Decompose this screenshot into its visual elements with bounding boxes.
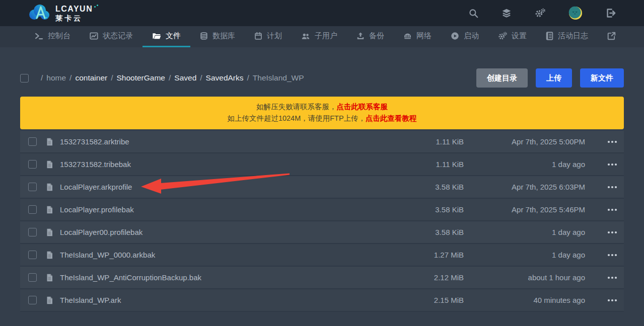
row-menu-ellipsis-icon[interactable] — [605, 231, 620, 234]
file-name[interactable]: TheIsland_WP_AntiCorruptionBackup.bak — [60, 273, 408, 282]
table-row: LocalPlayer.arkprofile 3.58 KiB Apr 7th,… — [20, 176, 624, 199]
file-name[interactable]: 1532731582.arktribe — [60, 137, 408, 146]
settings-gears-icon — [498, 32, 507, 40]
breadcrumb-shootergame[interactable]: ShooterGame — [116, 73, 165, 83]
tab-subusers[interactable]: 子用户 — [292, 26, 347, 47]
contact-support-link[interactable]: 点击此联系客服 — [337, 103, 388, 111]
row-menu-ellipsis-icon[interactable] — [605, 163, 620, 166]
backup-upload-icon — [356, 32, 365, 40]
gears-icon[interactable] — [535, 8, 545, 18]
select-all-checkbox[interactable] — [20, 74, 29, 83]
search-icon[interactable] — [469, 9, 478, 18]
tab-label: 状态记录 — [103, 31, 133, 41]
file-size: 1.27 MiB — [408, 251, 464, 259]
row-menu-ellipsis-icon[interactable] — [605, 276, 620, 279]
tab-console[interactable]: 控制台 — [25, 26, 80, 47]
notice-banner: 如解压失败请联系客服，点击此联系客服 如上传文件超过1024M，请使用FTP上传… — [20, 97, 624, 129]
network-icon — [403, 32, 412, 40]
row-checkbox[interactable] — [28, 137, 37, 146]
file-icon — [46, 274, 53, 282]
logout-icon[interactable] — [606, 8, 616, 18]
view-tutorial-link[interactable]: 点击此查看教程 — [366, 114, 417, 122]
tab-schedule[interactable]: 计划 — [245, 26, 292, 47]
tab-label: 网络 — [416, 31, 432, 41]
avatar[interactable] — [568, 6, 583, 20]
table-row: TheIsland_WP_0000.arkbak 1.27 MiB 1 day … — [20, 244, 624, 267]
tab-network[interactable]: 网络 — [394, 26, 441, 47]
brand-name: LCAYUN — [55, 5, 96, 13]
file-size: 3.58 KiB — [408, 205, 464, 214]
row-checkbox[interactable] — [28, 296, 37, 304]
file-name[interactable]: LocalPlayer.arkprofile — [60, 183, 408, 191]
file-icon — [46, 251, 53, 259]
layers-icon[interactable] — [502, 8, 512, 18]
nav-tabs: 控制台 状态记录 文件 数据库 计划 子用户 备份 网络 启动 设置 活动日志 — [0, 26, 644, 47]
file-modified: 1 day ago — [464, 160, 585, 169]
chart-icon — [90, 32, 98, 40]
file-size: 3.58 KiB — [408, 183, 464, 191]
file-modified: 1 day ago — [464, 228, 585, 236]
table-row: TheIsland_WP_AntiCorruptionBackup.bak 2.… — [20, 267, 624, 289]
tab-files[interactable]: 文件 — [142, 26, 190, 47]
tab-backup[interactable]: 备份 — [347, 26, 394, 47]
row-checkbox[interactable] — [28, 251, 37, 259]
new-file-button[interactable]: 新文件 — [580, 68, 624, 88]
create-directory-button[interactable]: 创建目录 — [476, 68, 528, 88]
external-link-icon — [607, 32, 616, 40]
tab-startup[interactable]: 启动 — [441, 26, 488, 47]
tab-label: 设置 — [512, 31, 527, 41]
action-buttons: 创建目录 上传 新文件 — [476, 68, 624, 88]
breadcrumb-saved[interactable]: Saved — [174, 73, 196, 83]
folder-open-icon — [152, 32, 161, 40]
row-checkbox[interactable] — [28, 273, 37, 282]
row-menu-ellipsis-icon[interactable] — [605, 208, 620, 211]
tab-status-log[interactable]: 状态记录 — [80, 26, 142, 47]
database-icon — [200, 32, 208, 40]
row-checkbox[interactable] — [28, 183, 37, 191]
brand-text: LCAYUN 莱卡云 — [55, 5, 96, 22]
brand-subtitle: 莱卡云 — [55, 15, 96, 22]
tab-label: 文件 — [166, 31, 181, 41]
tab-activity-log[interactable]: 活动日志 — [536, 26, 598, 47]
file-size: 3.58 KiB — [408, 228, 464, 236]
tab-label: 数据库 — [212, 31, 235, 41]
tab-database[interactable]: 数据库 — [190, 26, 245, 47]
breadcrumb-separator: / — [247, 73, 249, 83]
row-checkbox[interactable] — [28, 205, 37, 214]
file-icon — [46, 296, 53, 304]
breadcrumb-separator: / — [169, 73, 171, 83]
file-manager-content: / home / container / ShooterGame / Saved… — [0, 68, 644, 312]
breadcrumb-container[interactable]: container — [75, 73, 107, 83]
row-checkbox[interactable] — [28, 228, 37, 236]
file-name[interactable]: LocalPlayer00.profilebak — [60, 228, 408, 236]
breadcrumb: / home / container / ShooterGame / Saved… — [41, 73, 476, 83]
file-name[interactable]: TheIsland_WP_0000.arkbak — [60, 251, 408, 259]
file-name[interactable]: TheIsland_WP.ark — [60, 296, 408, 304]
file-size: 2.12 MiB — [408, 273, 464, 282]
upload-button[interactable]: 上传 — [536, 68, 572, 88]
tab-settings[interactable]: 设置 — [488, 26, 536, 47]
banner-text: 如解压失败请联系客服， — [256, 103, 337, 111]
breadcrumb-current-dir: TheIsland_WP — [253, 73, 304, 83]
file-size: 2.15 MiB — [408, 296, 464, 304]
tab-label: 子用户 — [315, 31, 337, 41]
row-menu-ellipsis-icon[interactable] — [605, 254, 620, 257]
file-size: 1.11 KiB — [408, 137, 464, 146]
file-name[interactable]: 1532731582.tribebak — [60, 160, 408, 169]
banner-line-2: 如上传文件超过1024M，请使用FTP上传，点击此查看教程 — [20, 113, 624, 124]
brand-logo[interactable]: LCAYUN 莱卡云 — [28, 3, 96, 23]
breadcrumb-home[interactable]: home — [46, 73, 66, 83]
users-icon — [301, 32, 310, 40]
file-modified: Apr 7th, 2025 6:03PM — [464, 183, 585, 191]
row-menu-ellipsis-icon[interactable] — [605, 299, 620, 302]
file-icon — [46, 206, 53, 214]
breadcrumb-separator: / — [41, 73, 43, 83]
file-table: 1532731582.arktribe 1.11 KiB Apr 7th, 20… — [20, 131, 624, 312]
breadcrumb-separator: / — [111, 73, 113, 83]
breadcrumb-savedarks[interactable]: SavedArks — [206, 73, 244, 83]
row-checkbox[interactable] — [28, 160, 37, 169]
row-menu-ellipsis-icon[interactable] — [605, 140, 620, 143]
row-menu-ellipsis-icon[interactable] — [605, 186, 620, 189]
tab-external-link[interactable] — [598, 26, 625, 47]
file-name[interactable]: LocalPlayer.profilebak — [60, 205, 408, 214]
